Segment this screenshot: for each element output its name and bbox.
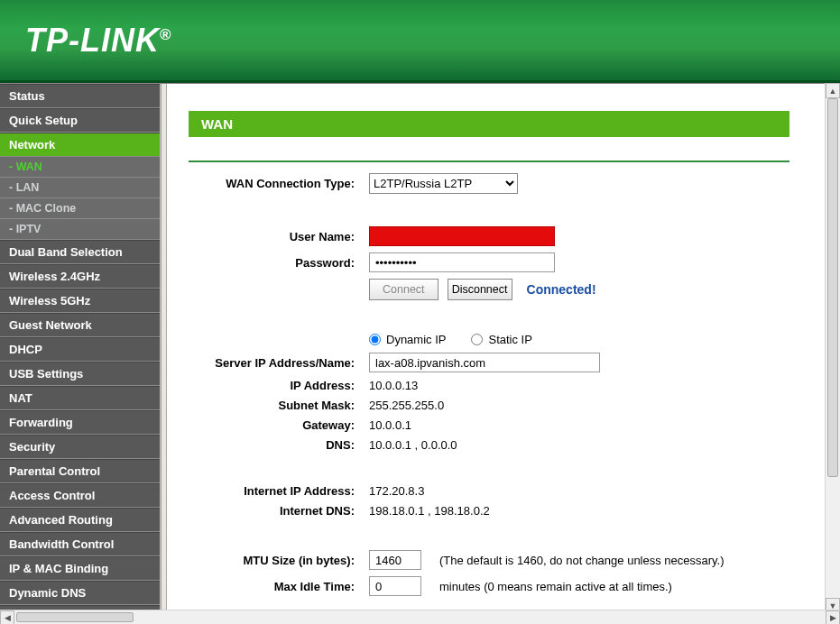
value-gateway: 10.0.0.1: [369, 418, 411, 432]
disconnect-button[interactable]: Disconnect: [448, 279, 512, 300]
connect-button[interactable]: Connect: [369, 279, 438, 300]
sidebar-item-18[interactable]: Advanced Routing: [0, 508, 160, 532]
sidebar-item-11[interactable]: DHCP: [0, 337, 160, 362]
content-area: WAN WAN Connection Type: L2TP/Russia L2T…: [167, 84, 840, 613]
scroll-right-button[interactable]: ▶: [826, 610, 840, 624]
label-ip-address: IP Address:: [189, 379, 369, 392]
sidebar-item-0[interactable]: Status: [0, 84, 160, 108]
sidebar-nav[interactable]: StatusQuick SetupNetwork- WAN- LAN- MAC …: [0, 84, 161, 613]
sidebar-item-8[interactable]: Wireless 2.4GHz: [0, 264, 160, 289]
label-server: Server IP Address/Name:: [189, 356, 369, 370]
wan-connection-type-select[interactable]: L2TP/Russia L2TP: [369, 173, 518, 194]
scroll-track[interactable]: [826, 98, 840, 598]
value-internet-ip: 172.20.8.3: [369, 484, 424, 498]
sidebar-item-20[interactable]: IP & MAC Binding: [0, 556, 160, 581]
password-input[interactable]: [369, 252, 555, 272]
sidebar-item-15[interactable]: Security: [0, 435, 160, 459]
hscroll-thumb[interactable]: [16, 612, 134, 622]
connection-status: Connected!: [527, 282, 596, 297]
username-input[interactable]: [369, 226, 555, 246]
sidebar-item-14[interactable]: Forwarding: [0, 410, 160, 435]
label-subnet: Subnet Mask:: [189, 399, 369, 412]
scroll-thumb[interactable]: [827, 98, 838, 477]
value-subnet: 255.255.255.0: [369, 399, 444, 412]
trademark-symbol: ®: [160, 26, 172, 43]
label-username: User Name:: [189, 230, 369, 243]
brand-logo: TP-LINK®: [25, 22, 172, 60]
sidebar-item-7[interactable]: Dual Band Selection: [0, 240, 160, 264]
scroll-up-button[interactable]: ▲: [826, 83, 840, 98]
label-dns: DNS:: [189, 438, 369, 452]
splitter-handle[interactable]: [161, 84, 167, 613]
radio-dynamic-ip[interactable]: [369, 334, 381, 345]
value-internet-dns: 198.18.0.1 , 198.18.0.2: [369, 504, 490, 518]
label-conn-type: WAN Connection Type:: [189, 177, 369, 190]
sidebar-subitem-5[interactable]: - MAC Clone: [0, 198, 160, 219]
radio-static-ip-label[interactable]: Static IP: [471, 333, 531, 346]
value-dns: 10.0.0.1 , 0.0.0.0: [369, 438, 457, 452]
sidebar-subitem-3[interactable]: - WAN: [0, 157, 160, 178]
server-address-input[interactable]: [369, 353, 600, 372]
sidebar-item-12[interactable]: USB Settings: [0, 362, 160, 386]
sidebar-item-19[interactable]: Bandwidth Control: [0, 532, 160, 556]
label-idle: Max Idle Time:: [189, 580, 369, 593]
sidebar-item-17[interactable]: Access Control: [0, 483, 160, 508]
brand-logo-text: TP-LINK: [25, 22, 160, 59]
page-title: WAN: [189, 111, 789, 137]
label-internet-dns: Internet DNS:: [189, 504, 369, 518]
label-password: Password:: [189, 256, 369, 270]
value-ip-address: 10.0.0.13: [369, 379, 418, 392]
header-banner: TP-LINK®: [0, 0, 840, 83]
sidebar-subitem-6[interactable]: - IPTV: [0, 219, 160, 240]
radio-static-ip[interactable]: [471, 334, 483, 345]
vertical-scrollbar[interactable]: ▲ ▼: [825, 83, 840, 613]
sidebar-item-2[interactable]: Network: [0, 133, 160, 157]
divider: [189, 161, 789, 162]
sidebar-subitem-4[interactable]: - LAN: [0, 178, 160, 198]
idle-input[interactable]: [369, 576, 421, 596]
mtu-note: (The default is 1460, do not change unle…: [439, 554, 725, 567]
horizontal-scrollbar[interactable]: ◀ ▶: [0, 610, 840, 624]
sidebar-item-10[interactable]: Guest Network: [0, 313, 160, 337]
sidebar-item-13[interactable]: NAT: [0, 386, 160, 410]
idle-note: minutes (0 means remain active at all ti…: [439, 580, 672, 593]
sidebar-item-1[interactable]: Quick Setup: [0, 108, 160, 133]
radio-dynamic-ip-label[interactable]: Dynamic IP: [369, 333, 446, 346]
mtu-input[interactable]: [369, 550, 421, 570]
label-mtu: MTU Size (in bytes):: [189, 554, 369, 567]
scroll-left-button[interactable]: ◀: [0, 610, 14, 624]
label-internet-ip: Internet IP Address:: [189, 484, 369, 498]
label-gateway: Gateway:: [189, 418, 369, 432]
sidebar-item-9[interactable]: Wireless 5GHz: [0, 289, 160, 313]
sidebar-item-21[interactable]: Dynamic DNS: [0, 581, 160, 605]
sidebar-item-16[interactable]: Parental Control: [0, 459, 160, 483]
